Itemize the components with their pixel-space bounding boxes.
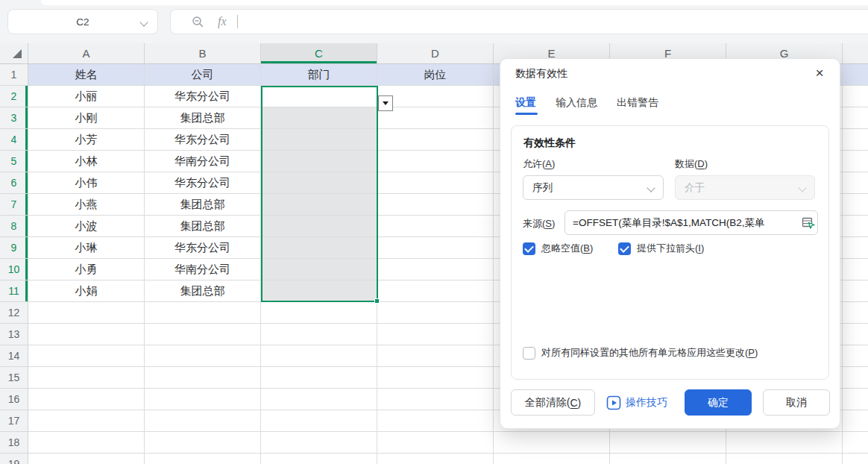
row-header[interactable]: 4 <box>0 129 28 151</box>
cell-b[interactable] <box>145 432 261 454</box>
cell-position[interactable] <box>377 194 494 216</box>
cell-d[interactable] <box>377 345 494 367</box>
cell-b[interactable] <box>145 367 261 389</box>
range-picker-icon[interactable] <box>802 216 816 231</box>
cell-position[interactable] <box>377 107 494 129</box>
cell-c[interactable] <box>261 302 377 324</box>
cell-company[interactable]: 华南分公司 <box>145 259 261 280</box>
cell-e[interactable] <box>494 432 610 454</box>
cell-name[interactable]: 小伟 <box>28 172 145 194</box>
cell-b[interactable] <box>145 389 261 410</box>
cell-a[interactable] <box>28 302 145 324</box>
cell-department[interactable] <box>261 172 377 194</box>
cell-company[interactable]: 华南分公司 <box>145 151 261 172</box>
cell-position[interactable] <box>377 237 494 259</box>
cell-d[interactable] <box>377 389 494 410</box>
cell-c[interactable] <box>261 324 377 345</box>
cell-name[interactable]: 小琳 <box>28 237 145 259</box>
cell-company[interactable]: 华东分公司 <box>145 172 261 194</box>
checkbox-checked-icon[interactable] <box>618 242 631 255</box>
row-header[interactable]: 17 <box>0 410 28 432</box>
column-header-c[interactable]: C <box>261 43 377 63</box>
header-cell-department[interactable]: 部门 <box>261 64 377 86</box>
header-cell-position[interactable]: 岗位 <box>377 64 494 86</box>
row-header[interactable]: 6 <box>0 172 28 194</box>
row-header[interactable]: 8 <box>0 216 28 237</box>
cell-company[interactable]: 集团总部 <box>145 280 261 302</box>
select-all-corner[interactable] <box>0 43 28 63</box>
cell-f[interactable] <box>610 432 726 454</box>
ok-button[interactable]: 确定 <box>685 389 752 416</box>
cell-d[interactable] <box>377 454 494 464</box>
row-header[interactable]: 18 <box>0 432 28 454</box>
cell-name[interactable]: 小娟 <box>28 280 145 302</box>
column-header-b[interactable]: B <box>145 43 261 63</box>
column-header-d[interactable]: D <box>377 43 494 63</box>
cell-company[interactable]: 集团总部 <box>145 107 261 129</box>
cell-position[interactable] <box>377 259 494 280</box>
cell-d[interactable] <box>377 302 494 324</box>
cell-f[interactable] <box>610 454 726 464</box>
cell-department[interactable] <box>261 194 377 216</box>
cell-position[interactable] <box>377 280 494 302</box>
cell-a[interactable] <box>28 367 145 389</box>
cell-d[interactable] <box>377 367 494 389</box>
tab-input-message[interactable]: 输入信息 <box>556 96 597 110</box>
row-header[interactable]: 10 <box>0 259 28 280</box>
cell-e[interactable] <box>494 454 610 464</box>
row-header[interactable]: 3 <box>0 107 28 129</box>
tab-error-alert[interactable]: 出错警告 <box>617 96 658 110</box>
allow-select[interactable]: 序列 <box>523 175 664 200</box>
cell-name[interactable]: 小刚 <box>28 107 145 129</box>
column-header-a[interactable]: A <box>28 43 145 63</box>
cell-position[interactable] <box>377 151 494 172</box>
cell-dropdown-button[interactable] <box>378 95 393 111</box>
cell-c[interactable] <box>261 389 377 410</box>
fx-icon[interactable]: fx <box>218 15 227 28</box>
cell-department[interactable] <box>261 151 377 172</box>
row-header[interactable]: 15 <box>0 367 28 389</box>
cell-department[interactable] <box>261 237 377 259</box>
cell-b[interactable] <box>145 324 261 345</box>
header-cell-name[interactable]: 姓名 <box>28 64 145 86</box>
cell-g[interactable] <box>726 432 843 454</box>
cell-department[interactable] <box>261 280 377 302</box>
chevron-down-icon[interactable] <box>139 18 148 26</box>
cell-position[interactable] <box>377 172 494 194</box>
row-header[interactable]: 13 <box>0 324 28 345</box>
cancel-button[interactable]: 取消 <box>763 389 830 416</box>
cell-company[interactable]: 华东分公司 <box>145 237 261 259</box>
tips-link[interactable]: 操作技巧 <box>606 395 667 410</box>
cell-position[interactable] <box>377 129 494 151</box>
header-cell-company[interactable]: 公司 <box>145 64 261 86</box>
row-header[interactable]: 1 <box>0 64 28 86</box>
cell-company[interactable]: 集团总部 <box>145 194 261 216</box>
cell-b[interactable] <box>145 302 261 324</box>
cell-name[interactable]: 小燕 <box>28 194 145 216</box>
cell-d[interactable] <box>377 432 494 454</box>
clear-all-button[interactable]: 全部清除(C) <box>511 389 595 416</box>
cell-c[interactable] <box>261 410 377 432</box>
cell-b[interactable] <box>145 410 261 432</box>
row-header[interactable]: 19 <box>0 454 28 464</box>
cell-department[interactable] <box>261 86 377 107</box>
row-header[interactable]: 12 <box>0 302 28 324</box>
cell-department[interactable] <box>261 259 377 280</box>
cell-department[interactable] <box>261 129 377 151</box>
ignore-blank-checkbox-row[interactable]: 忽略空值(B) <box>523 242 593 255</box>
cell-name[interactable]: 小林 <box>28 151 145 172</box>
cell-g[interactable] <box>726 454 843 464</box>
cell-c[interactable] <box>261 432 377 454</box>
cell-b[interactable] <box>145 454 261 464</box>
cell-a[interactable] <box>28 454 145 464</box>
cell-d[interactable] <box>377 410 494 432</box>
cell-c[interactable] <box>261 367 377 389</box>
search-icon[interactable] <box>192 16 204 28</box>
source-input[interactable]: =OFFSET(菜单目录!$A$1,MATCH(B2,菜单 <box>564 210 818 235</box>
cell-name[interactable]: 小丽 <box>28 86 145 107</box>
close-icon[interactable]: × <box>810 63 829 83</box>
cell-a[interactable] <box>28 389 145 410</box>
dropdown-arrow-checkbox-row[interactable]: 提供下拉箭头(I) <box>618 242 704 255</box>
cell-c[interactable] <box>261 454 377 464</box>
cell-a[interactable] <box>28 432 145 454</box>
